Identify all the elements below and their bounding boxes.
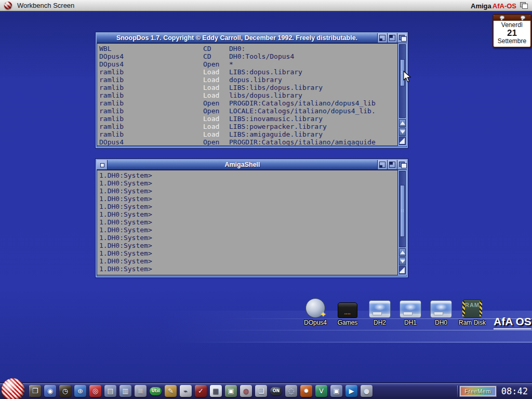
log-target: *	[229, 60, 397, 68]
log-process: WBL	[99, 45, 203, 52]
log-process: ramlib	[99, 91, 203, 99]
shell-scrollbar[interactable]	[397, 170, 407, 275]
brand-afa-os: AfA-OS	[493, 2, 516, 10]
screen-prefs-icon[interactable]: ▤	[104, 385, 116, 397]
sphere-icon[interactable]: ●	[361, 385, 373, 397]
taskbar-separator	[457, 385, 458, 397]
log-target: LOCALE:Catalogs/italiano/dopus4_lib.	[229, 107, 397, 115]
calendar-widget[interactable]: Venerdì 21 Settembre	[493, 14, 531, 48]
clock-compass-icon[interactable]: ◷	[59, 385, 71, 397]
icon-label: Games	[331, 319, 364, 326]
log-target: dopus.library	[229, 76, 397, 84]
amiga-online-icon[interactable]: ON	[270, 387, 282, 395]
calendar-pin-icon	[521, 16, 524, 20]
screen-depth-gadget[interactable]	[520, 2, 529, 10]
calendar-header	[494, 15, 530, 21]
panel-prefs-icon[interactable]: ▣	[330, 385, 342, 397]
log-action: Open	[203, 107, 229, 115]
games-drawer-icon[interactable]: Games	[331, 297, 364, 326]
brand-amiga: Amiga	[471, 2, 491, 10]
resize-gadget[interactable]	[399, 137, 406, 145]
scroll-down-arrow[interactable]	[399, 128, 406, 136]
snoopdos-titlebar[interactable]: SnoopDos 1.7. Copyright © Eddy Carroll, …	[97, 33, 407, 43]
ram-disk-icon-art: RAM	[463, 299, 482, 318]
snoopdos-log-row: ramlibOpenPROGDIR:Catalogs/italiano/dopu…	[99, 99, 397, 107]
snoopdos-log: WBLCDDH0:DOpus4CDDH0:Tools/Dopus4DOpus4O…	[97, 43, 397, 146]
close-gadget[interactable]	[97, 160, 108, 169]
ball-game-icon[interactable]: ◍	[240, 385, 252, 397]
zoom-gadget[interactable]	[387, 33, 397, 43]
ram-disk-icon[interactable]: RAMRam Disk	[456, 297, 488, 326]
log-target: DH0:Tools/Dopus4	[229, 52, 397, 60]
log-process: ramlib	[99, 84, 203, 91]
drawer-icon[interactable]: ❐	[29, 385, 41, 397]
log-process: ramlib	[99, 76, 203, 84]
shell-prompt-line: 1.DH0:System>	[99, 203, 397, 210]
shell-prompt-line: 1.DH0:System>	[99, 218, 397, 226]
log-process: ramlib	[99, 68, 203, 76]
menubar: Workbench Screen AmigaAfA-OS	[0, 0, 532, 11]
amigashell-window[interactable]: AmigaShell 1.DH0:System>1.DH0:System>1.D…	[96, 159, 408, 277]
cd-burner-icon[interactable]: ◌	[285, 385, 297, 397]
shell-title: AmigaShell	[108, 161, 377, 168]
log-target: libs/dopus.library	[229, 91, 397, 99]
games-drawer-icon-art	[338, 302, 357, 318]
log-action: CD	[203, 52, 229, 60]
start-menu-boing-ball[interactable]	[2, 378, 24, 399]
dopus4-icon-art	[305, 298, 325, 318]
iconify-gadget[interactable]	[377, 160, 387, 169]
drive-dh1-icon-art	[400, 300, 421, 318]
scrollbar-track[interactable]	[399, 171, 406, 247]
resize-gadget[interactable]	[399, 266, 406, 274]
virus-checker-icon[interactable]: V	[315, 385, 327, 397]
scroll-up-arrow[interactable]	[399, 119, 406, 127]
dopus4-icon[interactable]: DOpus4	[299, 297, 331, 326]
checkmark-icon[interactable]: ✓	[195, 385, 207, 397]
drive-dh0-icon[interactable]: DH0	[425, 297, 457, 326]
spray-tool-icon[interactable]: ✎	[165, 385, 177, 397]
document-prefs-icon[interactable]: ≣	[135, 385, 147, 397]
freemem-gauge[interactable]: FreeMem	[460, 386, 496, 396]
snoopdos-scrollbar[interactable]	[397, 43, 407, 146]
globe-browser-icon[interactable]: ⊕	[74, 385, 86, 397]
log-action: Load	[203, 91, 229, 99]
scroll-up-arrow[interactable]	[399, 248, 406, 257]
calculator-icon[interactable]: ▣	[225, 385, 237, 397]
scanner-icon[interactable]: ⌁	[180, 385, 192, 397]
log-action: Load	[203, 76, 229, 84]
log-process: ramlib	[99, 130, 203, 138]
shelf-line	[203, 330, 532, 330]
taskbar-clock[interactable]: 08:42	[501, 386, 528, 396]
media-play-icon[interactable]: ▶	[345, 385, 357, 397]
drive-dh1-icon[interactable]: DH1	[394, 297, 427, 326]
paint-screen-icon[interactable]: ▥	[119, 385, 131, 397]
log-process: ramlib	[99, 99, 203, 107]
snoopdos-window[interactable]: SnoopDos 1.7. Copyright © Eddy Carroll, …	[96, 32, 408, 148]
zoom-gadget[interactable]	[387, 160, 397, 169]
log-action: Load	[203, 68, 229, 76]
snoopdos-log-row: DOpus4OpenPROGDIR:Catalogs/italiano/amig…	[99, 138, 397, 146]
boing-prefs-icon[interactable]: ◉	[44, 385, 56, 397]
doc-badge-icon[interactable]: ❏	[255, 385, 267, 397]
snoopdos-log-row: ramlibLoadLIBS:powerpacker.library	[99, 123, 397, 130]
scrollbar-thumb[interactable]	[400, 185, 405, 237]
scroll-down-arrow[interactable]	[399, 257, 406, 265]
log-target: LIBS:dopus.library	[229, 68, 397, 76]
shell-console[interactable]: 1.DH0:System>1.DH0:System>1.DH0:System>1…	[97, 170, 397, 275]
log-process: ramlib	[99, 107, 203, 115]
depth-gadget[interactable]	[397, 33, 407, 43]
spreadsheet-icon[interactable]: ▦	[210, 385, 222, 397]
icon-label: DH2	[364, 319, 396, 326]
fire-icon[interactable]: ✹	[300, 385, 312, 397]
util-badge[interactable]: Util	[150, 387, 162, 395]
log-target: DH0:	[229, 45, 397, 52]
log-target: LIBS:amigaguide.library	[229, 130, 397, 138]
drive-dh2-icon[interactable]: DH2	[364, 297, 396, 326]
shell-titlebar[interactable]: AmigaShell	[97, 160, 407, 170]
lifering-help-icon[interactable]: ◎	[89, 385, 101, 397]
log-action: Open	[203, 60, 229, 68]
log-target: PROGDIR:Catalogs/italiano/amigaguide	[229, 138, 397, 146]
depth-gadget[interactable]	[397, 160, 407, 169]
snoopdos-log-row: ramlibLoaddopus.library	[99, 76, 397, 84]
iconify-gadget[interactable]	[377, 33, 387, 43]
